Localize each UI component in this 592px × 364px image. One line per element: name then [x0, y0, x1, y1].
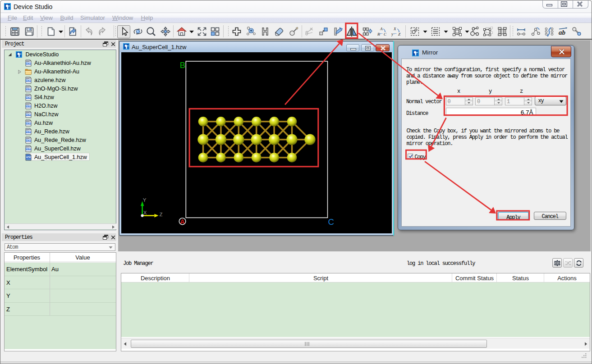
- svg-text:X: X: [143, 210, 147, 215]
- svg-text:A: A: [380, 27, 383, 31]
- svg-text:HZW: HZW: [26, 79, 31, 82]
- svg-text:HZW: HZW: [26, 131, 31, 133]
- svg-text:y: y: [391, 32, 394, 36]
- svg-text:HZW: HZW: [26, 122, 31, 124]
- svg-text:Y: Y: [143, 197, 147, 203]
- svg-text:HZW: HZW: [26, 114, 31, 116]
- svg-text:ab: ab: [559, 29, 566, 36]
- svg-text:HZW: HZW: [26, 105, 31, 107]
- svg-text:HZW: HZW: [26, 139, 31, 141]
- svg-text:HZW: HZW: [26, 148, 31, 150]
- svg-text:Z: Z: [398, 32, 401, 36]
- svg-text:HZW: HZW: [26, 88, 31, 90]
- svg-text:B: B: [180, 60, 185, 70]
- svg-text:X: X: [393, 27, 396, 31]
- svg-text:Z: Z: [160, 212, 163, 217]
- svg-text:C: C: [328, 217, 334, 227]
- svg-text:B: B: [377, 32, 380, 36]
- svg-text:HZW: HZW: [26, 96, 31, 99]
- svg-text:C: C: [384, 32, 387, 36]
- svg-text:HZW: HZW: [26, 156, 31, 159]
- svg-text:HZW: HZW: [26, 62, 31, 64]
